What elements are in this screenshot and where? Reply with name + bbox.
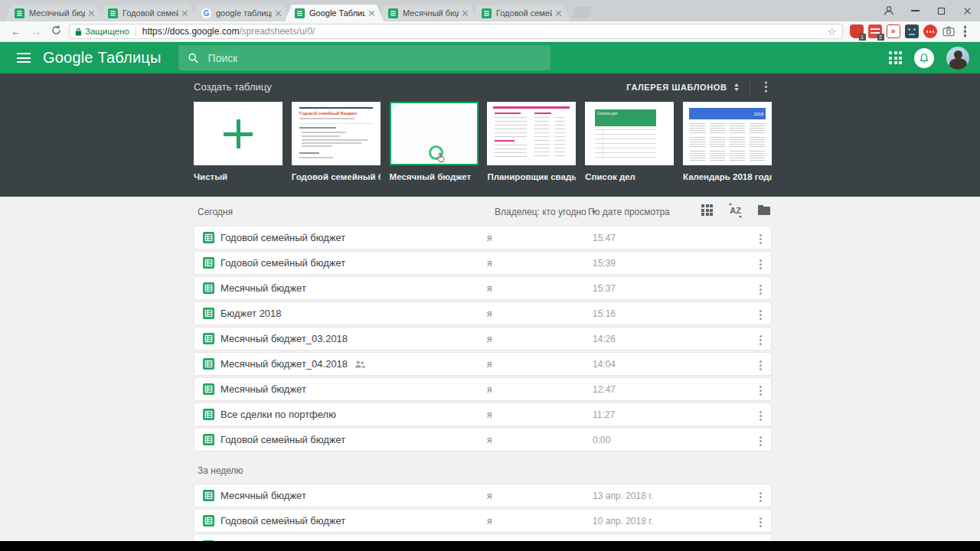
tab-close-icon[interactable] [462,10,469,17]
file-name: Месячный бюджет [220,282,306,294]
extension-robot-icon[interactable] [905,24,919,38]
reload-icon[interactable] [46,21,66,41]
file-row[interactable]: Годовой семейный бюджет я 10 апр. 2018 г… [194,509,772,533]
google-apps-icon[interactable] [889,51,902,64]
tab-title: Годовой семейный бюд [496,8,552,18]
template-thumb[interactable]: Список дел [585,102,674,165]
row-menu-button[interactable] [754,491,766,503]
file-time: 15:16 [593,308,616,319]
grid-view-icon[interactable] [701,204,713,216]
extension-icon-1[interactable]: 1 [850,24,864,38]
open-file-picker-icon[interactable] [758,207,770,215]
row-menu-button[interactable] [754,308,766,321]
tab-close-icon[interactable] [368,10,375,17]
plus-icon [224,119,253,148]
template-thumb[interactable]: 2018 [683,102,772,165]
file-owner: я [487,435,492,445]
extension-chat-icon[interactable] [923,24,937,38]
row-menu-button[interactable] [754,334,766,346]
file-row[interactable]: Все сделки по портфелю я 11:27 [194,403,772,426]
sort-by-label[interactable]: По дате просмотра [588,207,670,217]
address-bar[interactable]: Защищено https://docs.google.com /spread… [69,24,843,39]
file-name: Месячный бюджет [220,490,306,501]
security-indicator[interactable]: Защищено [75,27,129,36]
row-menu-button[interactable] [754,258,766,270]
notifications-bell-icon[interactable] [914,48,934,68]
extension-icon-3[interactable]: » [887,24,900,38]
browser-profile-icon[interactable] [876,0,902,21]
window-maximize-button[interactable] [928,0,954,21]
browser-tab[interactable]: Месячный бюджет - G [378,5,477,21]
tab-close-icon[interactable] [275,10,282,17]
file-row[interactable]: Годовой семейный бюджет я 15:39 [194,251,772,275]
template-card-wedding-planner[interactable]: Планировщик свадьбы [487,102,576,181]
file-row[interactable]: Годовой семейный бюджет я 15:47 [194,226,772,249]
browser-tab[interactable]: Месячный бюджет - Go [5,5,103,21]
template-thumb[interactable] [194,102,283,165]
omnibox-divider [136,27,136,36]
gallery-expand-icon[interactable] [734,83,739,91]
extension-icon-2[interactable]: 2 [868,24,882,38]
sheets-file-icon [203,383,214,395]
tab-close-icon[interactable] [181,10,188,17]
extension-camera-icon[interactable] [942,24,956,38]
window-close-button[interactable] [954,0,980,21]
url-path: /spreadsheets/u/0/ [239,26,315,37]
owner-filter-dropdown[interactable]: Владелец: кто угодно [495,207,597,217]
file-row[interactable]: Месячный бюджет_04.2018 я 14:04 [194,352,772,376]
file-owner: я [487,258,492,269]
sort-az-icon[interactable]: AZ [727,206,743,215]
template-gallery-button[interactable]: ГАЛЕРЕЯ ШАБЛОНОВ [626,83,727,92]
file-row[interactable]: Месячный бюджет я 13 апр. 2018 г. [194,484,772,507]
file-row[interactable]: Месячный бюджет я 15:37 [194,276,772,300]
file-owner: я [487,334,492,344]
row-menu-button[interactable] [754,283,766,295]
row-menu-button[interactable] [754,384,766,396]
file-time: 15:39 [593,258,616,269]
row-menu-button[interactable] [754,233,766,245]
template-thumb[interactable] [487,102,576,165]
window-minimize-button[interactable] [902,0,928,21]
tab-close-icon[interactable] [88,10,95,17]
file-row[interactable]: Годовой семейный бюджет я 0:00 [194,428,772,452]
template-thumb[interactable]: Годовой семейный Бюджет [292,102,381,165]
file-time: 14:26 [593,334,616,344]
browser-tab[interactable]: Годовой семейный бюд [98,5,197,21]
template-thumb-selected[interactable] [390,102,479,165]
file-name: Месячный бюджет_03.2018 [220,333,348,344]
sheets-appbar: Google Таблицы [0,42,980,73]
user-avatar[interactable] [946,47,969,70]
browser-menu-icon[interactable] [964,30,967,33]
browser-tab[interactable]: Годовой семейный бюд [472,5,570,21]
letterbox-bar [0,541,980,551]
file-row[interactable]: Месячный бюджет я 12:47 [194,377,772,401]
file-row[interactable]: Бюджет 2018 я 15:16 [194,302,772,325]
template-card-blank[interactable]: Чистый [194,102,283,181]
browser-tab[interactable]: G google таблицы - Поиск [191,5,290,21]
file-name: Годовой семейный бюджет [220,515,345,527]
sheets-favicon-icon [482,8,492,18]
template-card-monthly-budget[interactable]: Месячный бюджет [390,102,479,181]
template-card-calendar[interactable]: 2018 Календарь 2018 года [683,102,772,181]
app-logo[interactable]: Google Таблицы [43,49,162,67]
row-menu-button[interactable] [754,516,766,528]
file-row[interactable]: Месячный бюджет_03.2018 я 14:26 [194,327,772,350]
row-menu-button[interactable] [754,359,766,371]
hamburger-menu-icon[interactable] [17,53,31,63]
search-input[interactable] [208,52,541,64]
bookmark-star-icon[interactable]: ☆ [828,26,837,37]
forward-icon[interactable]: → [26,21,46,41]
search-box[interactable] [178,45,550,70]
file-time: 15:37 [593,283,616,294]
browser-tab-active[interactable]: Google Таблицы [285,5,384,21]
row-menu-button[interactable] [754,435,766,447]
template-card-annual-budget[interactable]: Годовой семейный Бюджет Годовой семейный… [292,102,381,181]
new-tab-button[interactable] [572,7,592,18]
template-card-todo-list[interactable]: Список дел Список дел [585,102,674,181]
back-icon[interactable]: ← [6,21,26,41]
file-time: 10 апр. 2018 г. [593,516,653,527]
row-menu-button[interactable] [754,409,766,422]
tab-close-icon[interactable] [555,10,562,17]
template-label: Годовой семейный бюд... [292,172,381,181]
template-menu-icon[interactable] [765,86,768,89]
